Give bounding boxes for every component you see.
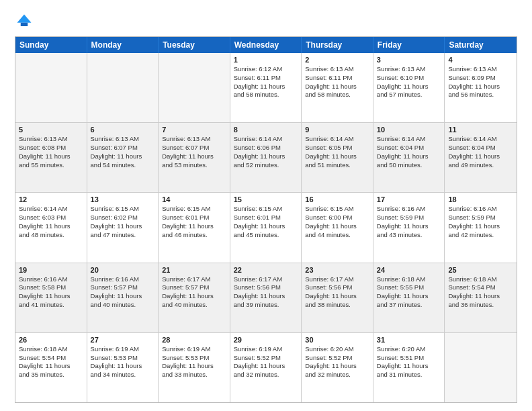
- day-cell-15: 15Sunrise: 6:15 AMSunset: 6:01 PMDayligh…: [230, 193, 302, 262]
- day-cell-23: 23Sunrise: 6:17 AMSunset: 5:56 PMDayligh…: [302, 263, 373, 332]
- day-cell-16: 16Sunrise: 6:15 AMSunset: 6:00 PMDayligh…: [302, 193, 373, 262]
- day-cell-4: 4Sunrise: 6:13 AMSunset: 6:09 PMDaylight…: [445, 53, 517, 122]
- cell-info: Sunrise: 6:18 AMSunset: 5:54 PMDaylight:…: [19, 345, 83, 379]
- day-number: 30: [305, 336, 369, 344]
- day-number: 12: [19, 195, 83, 203]
- cell-info: Sunrise: 6:13 AMSunset: 6:09 PMDaylight:…: [448, 65, 513, 99]
- cell-info: Sunrise: 6:12 AMSunset: 6:11 PMDaylight:…: [234, 65, 298, 99]
- calendar-row-3: 19Sunrise: 6:16 AMSunset: 5:58 PMDayligh…: [15, 263, 517, 332]
- day-cell-27: 27Sunrise: 6:19 AMSunset: 5:53 PMDayligh…: [87, 333, 159, 402]
- day-number: 26: [19, 336, 83, 344]
- day-cell-19: 19Sunrise: 6:16 AMSunset: 5:58 PMDayligh…: [15, 263, 87, 332]
- header-cell-thursday: Thursday: [302, 37, 373, 53]
- day-number: 8: [234, 126, 298, 134]
- svg-rect-1: [21, 23, 28, 26]
- logo: [15, 12, 36, 31]
- empty-cell-4-6: [445, 333, 517, 402]
- calendar: SundayMondayTuesdayWednesdayThursdayFrid…: [15, 36, 517, 403]
- cell-info: Sunrise: 6:18 AMSunset: 5:54 PMDaylight:…: [448, 275, 513, 310]
- day-cell-2: 2Sunrise: 6:13 AMSunset: 6:11 PMDaylight…: [302, 53, 373, 122]
- day-number: 27: [91, 336, 155, 344]
- cell-info: Sunrise: 6:13 AMSunset: 6:07 PMDaylight:…: [91, 135, 155, 169]
- cell-info: Sunrise: 6:15 AMSunset: 6:01 PMDaylight:…: [162, 205, 226, 239]
- cell-info: Sunrise: 6:18 AMSunset: 5:55 PMDaylight:…: [377, 275, 441, 310]
- day-number: 3: [377, 56, 441, 64]
- day-cell-21: 21Sunrise: 6:17 AMSunset: 5:57 PMDayligh…: [159, 263, 230, 332]
- day-number: 22: [234, 266, 298, 274]
- day-cell-9: 9Sunrise: 6:14 AMSunset: 6:05 PMDaylight…: [302, 123, 373, 192]
- calendar-body: 1Sunrise: 6:12 AMSunset: 6:11 PMDaylight…: [15, 53, 517, 402]
- cell-info: Sunrise: 6:16 AMSunset: 5:57 PMDaylight:…: [91, 275, 155, 310]
- cell-info: Sunrise: 6:19 AMSunset: 5:53 PMDaylight:…: [162, 345, 226, 379]
- header-cell-wednesday: Wednesday: [230, 37, 302, 53]
- cell-info: Sunrise: 6:13 AMSunset: 6:07 PMDaylight:…: [162, 135, 226, 169]
- day-number: 15: [234, 195, 298, 203]
- cell-info: Sunrise: 6:17 AMSunset: 5:56 PMDaylight:…: [305, 275, 369, 310]
- cell-info: Sunrise: 6:13 AMSunset: 6:11 PMDaylight:…: [305, 65, 369, 99]
- day-number: 31: [377, 336, 441, 344]
- day-number: 24: [377, 266, 441, 274]
- day-cell-18: 18Sunrise: 6:16 AMSunset: 5:59 PMDayligh…: [445, 193, 517, 262]
- day-cell-3: 3Sunrise: 6:13 AMSunset: 6:10 PMDaylight…: [373, 53, 445, 122]
- cell-info: Sunrise: 6:13 AMSunset: 6:08 PMDaylight:…: [19, 135, 83, 169]
- day-number: 21: [162, 266, 226, 274]
- calendar-row-4: 26Sunrise: 6:18 AMSunset: 5:54 PMDayligh…: [15, 332, 517, 402]
- cell-info: Sunrise: 6:20 AMSunset: 5:51 PMDaylight:…: [377, 345, 441, 379]
- cell-info: Sunrise: 6:17 AMSunset: 5:56 PMDaylight:…: [234, 275, 298, 310]
- cell-info: Sunrise: 6:15 AMSunset: 6:01 PMDaylight:…: [234, 205, 298, 239]
- day-cell-26: 26Sunrise: 6:18 AMSunset: 5:54 PMDayligh…: [15, 333, 87, 402]
- day-cell-20: 20Sunrise: 6:16 AMSunset: 5:57 PMDayligh…: [87, 263, 159, 332]
- calendar-header: SundayMondayTuesdayWednesdayThursdayFrid…: [15, 37, 517, 53]
- day-number: 6: [91, 126, 155, 134]
- cell-info: Sunrise: 6:16 AMSunset: 5:59 PMDaylight:…: [377, 205, 441, 239]
- day-cell-5: 5Sunrise: 6:13 AMSunset: 6:08 PMDaylight…: [15, 123, 87, 192]
- day-number: 18: [448, 195, 513, 203]
- page: SundayMondayTuesdayWednesdayThursdayFrid…: [0, 0, 532, 411]
- cell-info: Sunrise: 6:16 AMSunset: 5:59 PMDaylight:…: [448, 205, 513, 239]
- cell-info: Sunrise: 6:13 AMSunset: 6:10 PMDaylight:…: [377, 65, 441, 99]
- day-number: 14: [162, 195, 226, 203]
- day-cell-11: 11Sunrise: 6:14 AMSunset: 6:04 PMDayligh…: [445, 123, 517, 192]
- day-number: 9: [305, 126, 369, 134]
- day-cell-29: 29Sunrise: 6:19 AMSunset: 5:52 PMDayligh…: [230, 333, 302, 402]
- day-cell-17: 17Sunrise: 6:16 AMSunset: 5:59 PMDayligh…: [373, 193, 445, 262]
- day-cell-14: 14Sunrise: 6:15 AMSunset: 6:01 PMDayligh…: [159, 193, 230, 262]
- calendar-row-2: 12Sunrise: 6:14 AMSunset: 6:03 PMDayligh…: [15, 192, 517, 262]
- day-number: 16: [305, 195, 369, 203]
- header-cell-sunday: Sunday: [15, 37, 87, 53]
- logo-icon: [15, 12, 34, 31]
- header: [15, 12, 517, 31]
- day-cell-6: 6Sunrise: 6:13 AMSunset: 6:07 PMDaylight…: [87, 123, 159, 192]
- day-number: 19: [19, 266, 83, 274]
- day-number: 28: [162, 336, 226, 344]
- empty-cell-0-0: [15, 53, 87, 122]
- day-cell-28: 28Sunrise: 6:19 AMSunset: 5:53 PMDayligh…: [159, 333, 230, 402]
- cell-info: Sunrise: 6:14 AMSunset: 6:05 PMDaylight:…: [305, 135, 369, 169]
- header-cell-friday: Friday: [373, 37, 445, 53]
- day-number: 23: [305, 266, 369, 274]
- calendar-row-1: 5Sunrise: 6:13 AMSunset: 6:08 PMDaylight…: [15, 122, 517, 192]
- svg-marker-0: [17, 15, 32, 23]
- day-cell-1: 1Sunrise: 6:12 AMSunset: 6:11 PMDaylight…: [230, 53, 302, 122]
- day-number: 11: [448, 126, 513, 134]
- day-cell-22: 22Sunrise: 6:17 AMSunset: 5:56 PMDayligh…: [230, 263, 302, 332]
- cell-info: Sunrise: 6:17 AMSunset: 5:57 PMDaylight:…: [162, 275, 226, 310]
- day-cell-31: 31Sunrise: 6:20 AMSunset: 5:51 PMDayligh…: [373, 333, 445, 402]
- day-number: 13: [91, 195, 155, 203]
- day-number: 1: [234, 56, 298, 64]
- day-number: 2: [305, 56, 369, 64]
- cell-info: Sunrise: 6:16 AMSunset: 5:58 PMDaylight:…: [19, 275, 83, 310]
- cell-info: Sunrise: 6:15 AMSunset: 6:02 PMDaylight:…: [91, 205, 155, 239]
- calendar-row-0: 1Sunrise: 6:12 AMSunset: 6:11 PMDaylight…: [15, 53, 517, 122]
- day-cell-8: 8Sunrise: 6:14 AMSunset: 6:06 PMDaylight…: [230, 123, 302, 192]
- day-number: 29: [234, 336, 298, 344]
- cell-info: Sunrise: 6:19 AMSunset: 5:52 PMDaylight:…: [234, 345, 298, 379]
- day-cell-12: 12Sunrise: 6:14 AMSunset: 6:03 PMDayligh…: [15, 193, 87, 262]
- day-cell-13: 13Sunrise: 6:15 AMSunset: 6:02 PMDayligh…: [87, 193, 159, 262]
- empty-cell-0-2: [159, 53, 230, 122]
- header-cell-saturday: Saturday: [445, 37, 517, 53]
- day-cell-30: 30Sunrise: 6:20 AMSunset: 5:52 PMDayligh…: [302, 333, 373, 402]
- header-cell-tuesday: Tuesday: [159, 37, 230, 53]
- day-number: 20: [91, 266, 155, 274]
- day-cell-25: 25Sunrise: 6:18 AMSunset: 5:54 PMDayligh…: [445, 263, 517, 332]
